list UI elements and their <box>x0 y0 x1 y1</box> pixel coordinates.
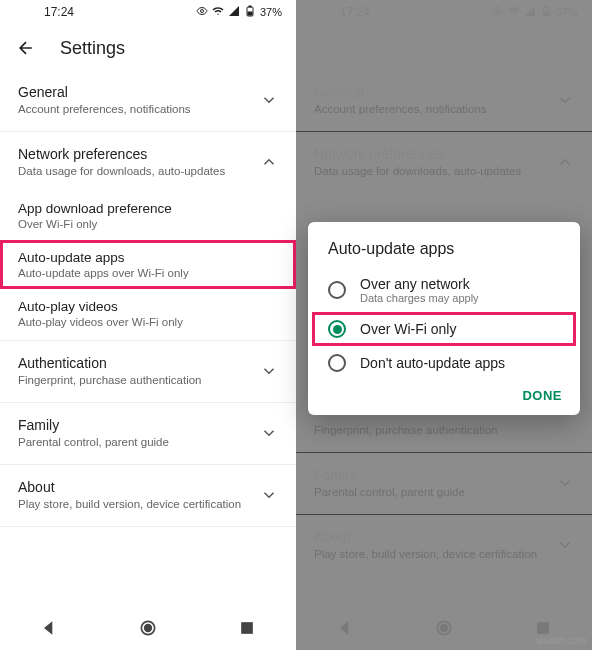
sublabel: Over Wi-Fi only <box>18 218 278 230</box>
auto-update-dialog: Auto-update apps Over any network Data c… <box>308 222 580 415</box>
divider <box>0 464 296 465</box>
battery-percent: 37% <box>260 6 282 18</box>
svg-rect-3 <box>248 12 252 15</box>
dialog-title: Auto-update apps <box>308 240 580 268</box>
svg-rect-6 <box>241 622 253 634</box>
svg-point-0 <box>200 10 203 13</box>
chevron-down-icon <box>260 486 278 504</box>
section-network[interactable]: Network preferences Data usage for downl… <box>0 134 296 191</box>
page-title: Settings <box>60 38 125 59</box>
svg-point-5 <box>145 625 152 632</box>
sublabel: Auto-play videos over Wi-Fi only <box>18 316 278 328</box>
sublabel: Account preferences, notifications <box>18 102 191 117</box>
radio-sublabel: Data charges may apply <box>360 292 479 304</box>
radio-over-wifi-only[interactable]: Over Wi-Fi only <box>312 312 576 346</box>
radio-icon <box>328 354 346 372</box>
divider <box>0 340 296 341</box>
radio-label: Over Wi-Fi only <box>360 321 456 337</box>
sublabel: Play store, build version, device certif… <box>18 497 241 512</box>
label: Family <box>18 417 169 433</box>
sublabel: Fingerprint, purchase authentication <box>18 373 201 388</box>
radio-icon <box>328 281 346 299</box>
watermark: wsxdn.com <box>536 635 586 646</box>
label: General <box>18 84 191 100</box>
label: About <box>18 479 241 495</box>
section-general[interactable]: General Account preferences, notificatio… <box>0 72 296 129</box>
settings-list: General Account preferences, notificatio… <box>0 72 296 606</box>
section-family[interactable]: Family Parental control, parent guide <box>0 405 296 462</box>
radio-over-any-network[interactable]: Over any network Data charges may apply <box>308 268 580 312</box>
divider <box>0 131 296 132</box>
back-icon[interactable] <box>16 38 36 58</box>
sublabel: Data usage for downloads, auto-updates <box>18 164 225 179</box>
radio-label: Don't auto-update apps <box>360 355 505 371</box>
done-button[interactable]: DONE <box>522 388 562 403</box>
label: Auto-update apps <box>18 250 278 265</box>
section-about[interactable]: About Play store, build version, device … <box>0 467 296 524</box>
radio-icon-selected <box>328 320 346 338</box>
item-download-pref[interactable]: App download preference Over Wi-Fi only <box>0 191 296 240</box>
nav-recent-icon[interactable] <box>237 618 257 638</box>
radio-dont-auto-update[interactable]: Don't auto-update apps <box>308 346 580 380</box>
signal-icon <box>228 5 240 19</box>
label: Network preferences <box>18 146 225 162</box>
radio-label: Over any network <box>360 276 479 292</box>
divider <box>0 402 296 403</box>
chevron-down-icon <box>260 91 278 109</box>
section-authentication[interactable]: Authentication Fingerprint, purchase aut… <box>0 343 296 400</box>
sublabel: Auto-update apps over Wi-Fi only <box>18 267 278 279</box>
svg-rect-2 <box>249 6 251 7</box>
battery-icon <box>244 5 256 19</box>
eye-icon <box>196 5 208 19</box>
status-icons: 37% <box>196 5 282 19</box>
label: Authentication <box>18 355 201 371</box>
item-autoplay-videos[interactable]: Auto-play videos Auto-play videos over W… <box>0 289 296 338</box>
nav-back-icon[interactable] <box>39 618 59 638</box>
phone-right: 17:24 37% Settings General Account prefe… <box>296 0 592 650</box>
nav-bar <box>0 606 296 650</box>
divider <box>0 526 296 527</box>
wifi-icon <box>212 5 224 19</box>
status-time: 17:24 <box>44 5 74 19</box>
chevron-up-icon <box>260 153 278 171</box>
label: App download preference <box>18 201 278 216</box>
nav-home-icon[interactable] <box>138 618 158 638</box>
chevron-down-icon <box>260 362 278 380</box>
chevron-down-icon <box>260 424 278 442</box>
phone-left: 17:24 37% Settings <box>0 0 296 650</box>
label: Auto-play videos <box>18 299 278 314</box>
item-auto-update-apps[interactable]: Auto-update apps Auto-update apps over W… <box>0 240 296 289</box>
status-bar: 17:24 37% <box>0 0 296 24</box>
sublabel: Parental control, parent guide <box>18 435 169 450</box>
app-bar: Settings <box>0 24 296 72</box>
